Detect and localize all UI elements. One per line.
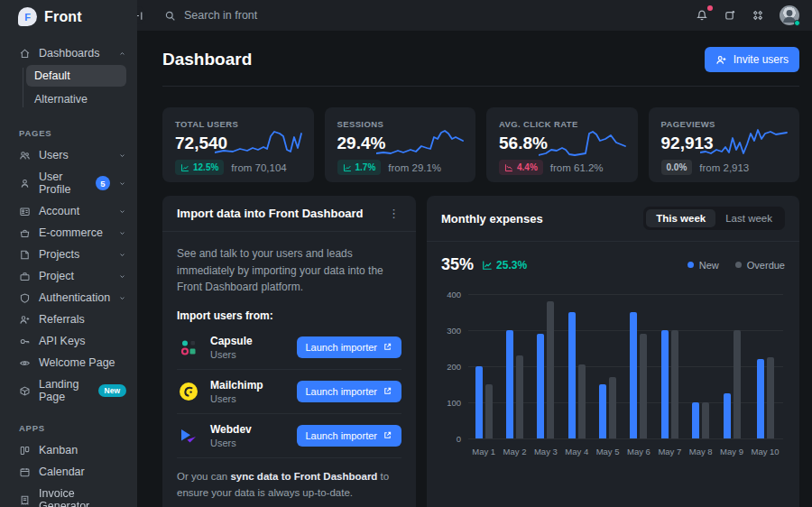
bar-overdue bbox=[578, 364, 586, 438]
chevron-up-icon bbox=[118, 50, 126, 58]
import-subtitle: Import users from: bbox=[177, 309, 401, 322]
sidebar-item-referrals[interactable]: Referrals bbox=[0, 309, 137, 330]
y-axis-tick: 200 bbox=[441, 362, 461, 372]
widgets-button[interactable] bbox=[752, 9, 764, 22]
sidebar-item-project[interactable]: Project bbox=[0, 265, 137, 287]
global-search bbox=[164, 9, 696, 22]
integration-type: Users bbox=[210, 349, 253, 360]
chart-legend: NewOverdue bbox=[687, 260, 785, 271]
toggle-this-week[interactable]: This week bbox=[646, 209, 715, 227]
notification-dot bbox=[707, 5, 713, 11]
x-axis-label: May 5 bbox=[596, 447, 620, 456]
bar-group: May 5 bbox=[596, 294, 620, 456]
person-add-icon bbox=[715, 54, 727, 66]
kebab-menu-icon[interactable]: ⋮ bbox=[386, 207, 401, 220]
bell-icon bbox=[696, 9, 708, 22]
sidebar-item-label: Kanban bbox=[39, 444, 78, 456]
online-status-dot bbox=[794, 20, 800, 26]
import-row-mailchimp: MailchimpUsersLaunch importer bbox=[177, 370, 401, 414]
box-icon bbox=[19, 385, 31, 397]
capsule-logo bbox=[178, 336, 199, 358]
brand-logo[interactable]: F Front bbox=[0, 0, 137, 37]
sidebar-item-label: E-commerce bbox=[39, 226, 103, 239]
mailchimp-logo bbox=[178, 381, 199, 402]
sidebar-subitem-alternative[interactable]: Alternative bbox=[26, 88, 126, 110]
idcard-icon bbox=[19, 206, 31, 217]
bar-overdue bbox=[516, 355, 523, 438]
sidebar-item-api-keys[interactable]: API Keys bbox=[0, 330, 137, 352]
bar-group: May 8 bbox=[689, 294, 713, 456]
sidebar-item-users[interactable]: Users bbox=[0, 144, 137, 166]
bar-group: May 6 bbox=[627, 294, 651, 456]
users-icon bbox=[19, 150, 31, 161]
search-input[interactable] bbox=[184, 9, 383, 22]
change-badge: 0.0% bbox=[661, 160, 693, 175]
chevron-down-icon bbox=[118, 207, 126, 216]
sidebar-item-label: Dashboards bbox=[39, 47, 99, 60]
sidebar-item-landing-page[interactable]: Landing PageNew bbox=[0, 373, 137, 408]
kanban-icon bbox=[19, 445, 31, 456]
brand-name: Front bbox=[44, 9, 82, 25]
personplus-icon bbox=[19, 314, 31, 326]
sidebar-item-kanban[interactable]: Kanban bbox=[0, 439, 137, 461]
briefcase-icon bbox=[19, 271, 31, 282]
apps-button[interactable] bbox=[724, 9, 736, 22]
chevron-down-icon bbox=[118, 294, 126, 302]
kanban-icon bbox=[19, 445, 31, 456]
chart-up-icon bbox=[180, 163, 189, 172]
bar-new bbox=[724, 393, 731, 438]
new-badge: New bbox=[98, 384, 126, 397]
chart-up-icon bbox=[343, 163, 352, 172]
person-icon bbox=[19, 178, 31, 189]
expenses-change: 25.3% bbox=[482, 259, 527, 272]
sidebar: F Front DashboardsDefaultAlternativePAGE… bbox=[0, 0, 137, 507]
monthly-expenses-card: Monthly expenses This weekLast week 35% … bbox=[427, 196, 799, 507]
sidebar-item-authentication[interactable]: Authentication bbox=[0, 287, 137, 309]
sidebar-item-label: Landing Page bbox=[39, 378, 86, 403]
integration-name: Mailchimp bbox=[210, 379, 263, 392]
sidebar-item-user-profile[interactable]: User Profile5 bbox=[0, 166, 137, 200]
sidebar-item-welcome-page[interactable]: Welcome Page bbox=[0, 352, 137, 373]
launch-importer-button[interactable]: Launch importer bbox=[297, 336, 402, 358]
import-row-capsule: CapsuleUsersLaunch importer bbox=[177, 326, 401, 370]
sidebar-item-dashboards[interactable]: Dashboards bbox=[0, 42, 137, 64]
chevron-down-icon bbox=[118, 294, 126, 302]
bar-new bbox=[661, 330, 669, 438]
sidebar-subitem-default[interactable]: Default bbox=[26, 65, 126, 87]
toggle-last-week[interactable]: Last week bbox=[715, 209, 782, 227]
integration-type: Users bbox=[210, 438, 252, 448]
sidebar-item-invoice-generator[interactable]: Invoice Generator bbox=[0, 483, 137, 507]
sidebar-item-projects[interactable]: Projects bbox=[0, 244, 137, 265]
notifications-button[interactable] bbox=[696, 9, 708, 22]
top-navbar bbox=[137, 0, 812, 31]
import-card-body: See and talk to your users and leads imm… bbox=[162, 232, 416, 507]
sidebar-item-label: Projects bbox=[39, 248, 79, 261]
sidebar-item-calendar[interactable]: Calendar bbox=[0, 461, 137, 483]
content-row: Import data into Front Dashboard ⋮ See a… bbox=[162, 196, 799, 507]
user-avatar[interactable] bbox=[780, 5, 799, 25]
invite-users-button[interactable]: Invite users bbox=[705, 47, 799, 72]
bar-group: May 2 bbox=[503, 294, 527, 456]
bar-new bbox=[537, 334, 544, 438]
sidebar-item-account[interactable]: Account bbox=[0, 200, 137, 222]
bar-overdue bbox=[547, 301, 554, 438]
sidebar-item-label: User Profile bbox=[39, 171, 84, 196]
bar-overdue bbox=[734, 330, 741, 438]
integration-type: Users bbox=[210, 393, 263, 404]
week-toggle: This weekLast week bbox=[643, 207, 785, 230]
launch-importer-button[interactable]: Launch importer bbox=[297, 425, 402, 447]
stat-footer: 0.0%from 2,913 bbox=[661, 160, 788, 175]
chevron-down-icon bbox=[118, 272, 126, 281]
launch-importer-button[interactable]: Launch importer bbox=[297, 381, 402, 402]
legend-item-new[interactable]: New bbox=[687, 260, 719, 271]
sidebar-item-e-commerce[interactable]: E-commerce bbox=[0, 222, 137, 244]
x-axis-label: May 4 bbox=[565, 447, 588, 456]
chevron-down-icon bbox=[118, 180, 126, 188]
change-badge: 4.4% bbox=[499, 160, 543, 175]
box-icon bbox=[19, 385, 31, 397]
sidebar-section-heading: APPS bbox=[0, 408, 137, 439]
file-icon bbox=[19, 249, 31, 261]
bar-overdue bbox=[767, 357, 774, 438]
legend-item-overdue[interactable]: Overdue bbox=[735, 260, 785, 271]
front-logo-icon: F bbox=[18, 7, 37, 26]
